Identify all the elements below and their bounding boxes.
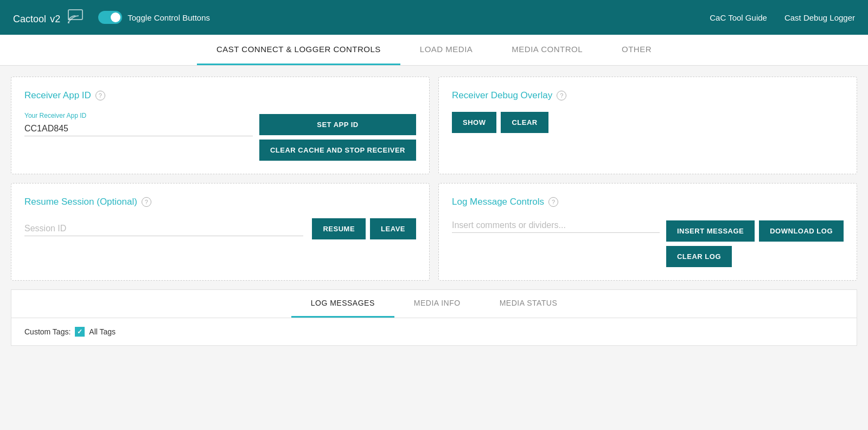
set-app-id-button[interactable]: SET APP ID [259, 114, 416, 135]
app-header: Cactool v2 Toggle Control Buttons CaC To… [0, 0, 868, 35]
log-comment-input[interactable] [452, 218, 660, 233]
leave-button[interactable]: LEAVE [370, 218, 416, 239]
download-log-button[interactable]: DOWNLOAD LOG [759, 220, 844, 242]
receiver-debug-btn-row: SHOW CLEAR [452, 112, 844, 133]
main-content: Receiver App ID ? Your Receiver App ID S… [0, 66, 868, 357]
all-tags-checkbox[interactable] [75, 327, 85, 337]
tab-media-control[interactable]: MEDIA CONTROL [492, 35, 602, 65]
receiver-app-id-input-group: Your Receiver App ID [24, 112, 253, 136]
clear-debug-button[interactable]: CLEAR [501, 112, 548, 133]
receiver-app-id-help-icon[interactable]: ? [95, 91, 105, 100]
cac-tool-guide-link[interactable]: CaC Tool Guide [710, 13, 767, 22]
tab-load-media[interactable]: LOAD MEDIA [400, 35, 493, 65]
header-left: Cactool v2 Toggle Control Buttons [13, 8, 210, 27]
tab-cast-connect[interactable]: CAST CONNECT & LOGGER CONTROLS [197, 35, 400, 65]
all-tags-label: All Tags [89, 327, 116, 336]
cards-grid: Receiver App ID ? Your Receiver App ID S… [11, 77, 857, 281]
show-button[interactable]: SHOW [452, 112, 496, 133]
nav-tabs: CAST CONNECT & LOGGER CONTROLS LOAD MEDI… [0, 35, 868, 66]
tab-other[interactable]: OTHER [602, 35, 671, 65]
log-message-controls-title: Log Message Controls ? [452, 197, 844, 207]
cast-icon [68, 8, 85, 27]
clear-cache-stop-receiver-button[interactable]: CLEAR CACHE AND STOP RECEIVER [259, 140, 416, 161]
bottom-section: LOG MESSAGES MEDIA INFO MEDIA STATUS Cus… [11, 289, 857, 346]
resume-session-body: RESUME LEAVE [24, 218, 416, 239]
resume-session-help-icon[interactable]: ? [142, 197, 151, 207]
resume-button[interactable]: RESUME [312, 218, 366, 239]
receiver-app-id-card: Receiver App ID ? Your Receiver App ID S… [11, 77, 430, 174]
receiver-app-id-btn-group: SET APP ID CLEAR CACHE AND STOP RECEIVER [259, 114, 416, 161]
app-logo: Cactool v2 [13, 9, 60, 26]
log-comment-input-group [452, 218, 660, 233]
log-controls-body: INSERT MESSAGE DOWNLOAD LOG CLEAR LOG [452, 218, 844, 267]
bottom-tabs: LOG MESSAGES MEDIA INFO MEDIA STATUS [11, 290, 857, 318]
bottom-content: Custom Tags: All Tags [11, 318, 857, 345]
toggle-label: Toggle Control Buttons [127, 13, 210, 22]
resume-session-title: Resume Session (Optional) ? [24, 197, 416, 207]
custom-tags-row: Custom Tags: All Tags [24, 327, 844, 337]
session-btn-row: RESUME LEAVE [312, 218, 416, 239]
tab-log-messages[interactable]: LOG MESSAGES [291, 290, 394, 318]
cast-debug-logger-link[interactable]: Cast Debug Logger [784, 13, 855, 22]
log-message-controls-help-icon[interactable]: ? [548, 197, 558, 207]
receiver-debug-title: Receiver Debug Overlay ? [452, 90, 844, 101]
receiver-app-id-input-label: Your Receiver App ID [24, 112, 253, 119]
custom-tags-label: Custom Tags: [24, 327, 71, 336]
tab-media-info[interactable]: MEDIA INFO [394, 290, 480, 318]
insert-message-button[interactable]: INSERT MESSAGE [666, 220, 755, 242]
receiver-debug-card: Receiver Debug Overlay ? SHOW CLEAR [438, 77, 857, 174]
resume-session-card: Resume Session (Optional) ? RESUME LEAVE [11, 183, 430, 281]
header-right: CaC Tool Guide Cast Debug Logger [710, 13, 855, 22]
clear-log-button[interactable]: CLEAR LOG [666, 246, 732, 267]
receiver-app-id-title: Receiver App ID ? [24, 90, 416, 101]
toggle-control-buttons[interactable] [98, 11, 122, 24]
receiver-debug-help-icon[interactable]: ? [557, 91, 566, 100]
session-id-input[interactable] [24, 222, 303, 236]
receiver-app-id-input[interactable] [24, 122, 253, 136]
log-btn-group: INSERT MESSAGE DOWNLOAD LOG CLEAR LOG [666, 220, 844, 267]
tab-media-status[interactable]: MEDIA STATUS [480, 290, 577, 318]
session-id-input-group [24, 222, 303, 236]
toggle-area: Toggle Control Buttons [98, 11, 210, 24]
log-message-controls-card: Log Message Controls ? INSERT MESSAGE DO… [438, 183, 857, 281]
log-btn-row-top: INSERT MESSAGE DOWNLOAD LOG [666, 220, 844, 242]
receiver-app-id-body: Your Receiver App ID SET APP ID CLEAR CA… [24, 112, 416, 161]
